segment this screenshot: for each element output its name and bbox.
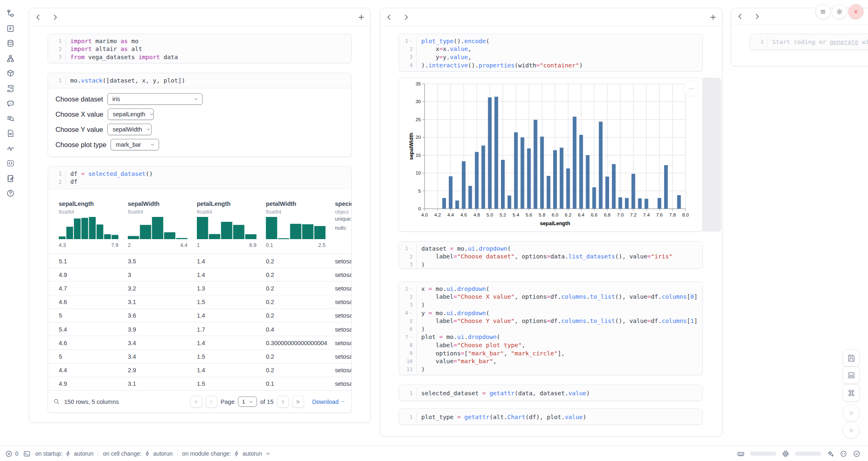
code-line: 4y = mo.ui.dropdown( (399, 309, 702, 317)
search-list-icon[interactable] (6, 114, 15, 123)
table-row[interactable]: 4.931.40.2setosa (48, 267, 351, 281)
code-snippet-icon[interactable] (6, 159, 15, 168)
svg-text:20: 20 (416, 135, 421, 140)
code-editor[interactable]: 1x = mo.ui.dropdown(2 label="Choose X va… (399, 282, 702, 375)
imports-cell[interactable]: 1import marimo as mo2import altair as al… (48, 34, 352, 63)
code-editor[interactable]: 1selected_dataset = getattr(data, datase… (399, 385, 702, 401)
column-1-header (29, 8, 370, 26)
package-icon[interactable] (6, 69, 15, 78)
empty-code-cell[interactable]: 1 Start coding or generate with AI (750, 34, 868, 50)
column-dtype: float64 (197, 209, 212, 215)
activity-icon[interactable] (6, 144, 15, 153)
first-page-button[interactable] (190, 396, 202, 408)
selected-dataset-cell[interactable]: 1selected_dataset = getattr(data, datase… (399, 385, 703, 401)
chart-scrollbar[interactable] (703, 78, 721, 232)
runtime-config-2[interactable]: on cell change:autorun (103, 450, 173, 457)
column-back-button[interactable] (34, 13, 42, 21)
next-page-button[interactable] (277, 396, 289, 408)
script-icon[interactable] (6, 84, 15, 93)
error-counter[interactable]: 0 (5, 450, 18, 458)
function-icon[interactable] (6, 24, 15, 33)
code-editor[interactable]: 1mo.vstack([dataset, x, y, plot]) (48, 73, 351, 88)
page-select[interactable]: 1 (238, 396, 257, 407)
column-header[interactable]: species (335, 201, 351, 207)
plot-code-cell[interactable]: 1plot_type().encode(2 x=x.value,3 y=y.va… (399, 34, 703, 71)
chevron-down-icon (248, 399, 254, 405)
database-icon[interactable] (6, 39, 15, 48)
table-row[interactable]: 4.63.11.50.2setosa (48, 295, 351, 309)
column-header[interactable]: petalWidth (266, 201, 296, 207)
xy-plot-dropdowns-cell[interactable]: 1x = mo.ui.dropdown(2 label="Choose X va… (399, 281, 703, 375)
svg-text:6.4: 6.4 (578, 212, 585, 217)
control-select[interactable]: sepalWidth (107, 124, 152, 135)
table-cell: setosa (335, 272, 351, 278)
add-cell-button[interactable] (357, 13, 365, 21)
column-forward-button[interactable] (402, 13, 410, 21)
dataframe-cell[interactable]: 1df = selected_dataset()2df sepalLengthf… (48, 166, 352, 413)
vstack-cell[interactable]: 1mo.vstack([dataset, x, y, plot]) Choose… (48, 73, 352, 157)
terminal-icon[interactable] (23, 450, 31, 458)
table-row[interactable]: 5.43.91.70.4setosa (48, 322, 351, 336)
code-line: 7plot = mo.ui.dropdown( (399, 333, 702, 341)
close-button[interactable] (848, 4, 863, 19)
column-header[interactable]: sepalWidth (128, 201, 159, 207)
table-row[interactable]: 4.73.21.30.2setosa (48, 281, 351, 295)
column-header[interactable]: sepalLength (59, 201, 94, 207)
code-editor[interactable]: 1plot_type().encode(2 x=x.value,3 y=y.va… (399, 34, 702, 71)
column-2-header (380, 8, 722, 26)
control-select[interactable]: iris (107, 93, 203, 105)
runtime-config-1[interactable]: on startup:autorun (35, 450, 94, 457)
column-header[interactable]: petalLength (197, 201, 231, 207)
copilot-icon[interactable] (840, 450, 847, 458)
dataset-dropdown-cell[interactable]: 1dataset = mo.ui.dropdown(2 label="Choos… (399, 241, 703, 269)
stop-button[interactable] (843, 404, 860, 422)
table-row[interactable]: 53.41.50.2setosa (48, 349, 351, 363)
control-select[interactable]: sepalLength (108, 108, 154, 120)
chart-actions-button[interactable] (683, 81, 699, 97)
connection-status-icon[interactable] (853, 450, 861, 458)
table-row[interactable]: 4.42.91.40.2setosa (48, 363, 351, 377)
svg-text:7.2: 7.2 (630, 212, 637, 217)
previous-page-button[interactable] (205, 396, 217, 408)
ai-sparkles-icon[interactable] (826, 450, 834, 458)
menu-button[interactable] (815, 4, 831, 19)
code-editor[interactable]: 1import marimo as mo2import altair as al… (48, 34, 351, 63)
code-line: 2 label="Choose dataset", options=data.l… (399, 253, 702, 261)
chat-assistant-icon[interactable] (6, 99, 15, 108)
svg-text:6.6: 6.6 (591, 212, 598, 217)
help-icon[interactable] (6, 189, 15, 198)
runtime-config-3[interactable]: on module change:autorun (182, 450, 271, 457)
table-row[interactable]: 4.93.11.50.1setosa (48, 377, 351, 390)
run-button[interactable] (843, 422, 860, 439)
column-forward-button[interactable] (753, 12, 761, 21)
layout-toggle-button[interactable] (843, 366, 860, 384)
code-line: 11) (399, 365, 702, 373)
table-cell: 1.5 (197, 353, 205, 360)
scratchpad-icon[interactable] (6, 174, 15, 183)
save-button[interactable] (843, 349, 860, 366)
last-page-button[interactable] (292, 396, 304, 408)
plot-type-cell[interactable]: 1plot_type = getattr(alt.Chart(df), plot… (399, 408, 703, 425)
editor-placeholder[interactable]: Start coding or generate with AI (767, 39, 868, 45)
command-palette-button[interactable] (843, 384, 860, 401)
add-cell-button[interactable] (709, 13, 717, 21)
code-editor[interactable]: 1dataset = mo.ui.dropdown(2 label="Choos… (399, 242, 702, 269)
node-graph-icon[interactable] (6, 54, 15, 63)
settings-button[interactable] (832, 4, 847, 19)
table-cell: 4.6 (59, 299, 67, 305)
svg-text:4.2: 4.2 (434, 212, 441, 217)
control-select[interactable]: mark_bar (111, 139, 159, 150)
column-back-button[interactable] (385, 13, 393, 21)
column-back-button[interactable] (736, 12, 744, 21)
table-search-icon[interactable] (53, 398, 60, 405)
generate-link[interactable]: generate (830, 39, 859, 45)
file-tree-icon[interactable] (6, 9, 15, 18)
download-button[interactable]: Download (312, 399, 346, 405)
table-row[interactable]: 53.61.40.2setosa (48, 309, 351, 323)
table-row[interactable]: 4.63.41.40.30000000000000004setosa (48, 336, 351, 350)
document-icon[interactable] (6, 129, 15, 138)
code-line: 1plot_type().encode( (399, 37, 702, 45)
table-row[interactable]: 5.13.51.40.2setosa (48, 254, 351, 268)
code-editor[interactable]: 1plot_type = getattr(alt.Chart(df), plot… (399, 409, 702, 425)
column-forward-button[interactable] (51, 13, 59, 21)
